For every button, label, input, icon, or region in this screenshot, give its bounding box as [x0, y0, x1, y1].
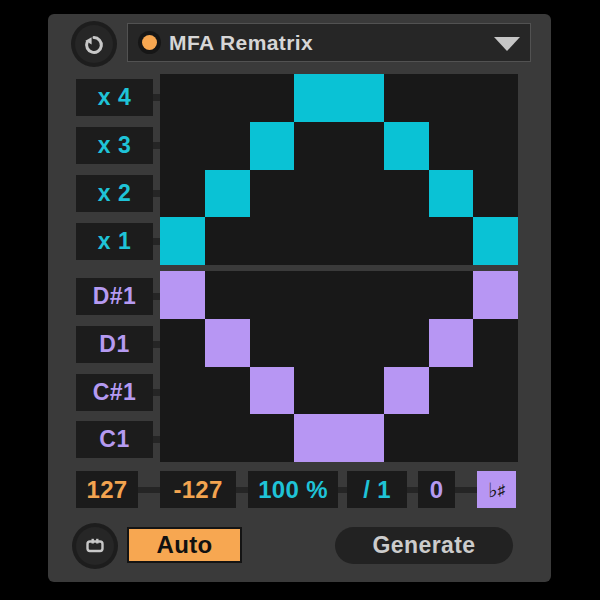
matrix-cell[interactable] [384, 217, 429, 265]
matrix-cell[interactable] [250, 414, 295, 462]
connector [153, 94, 160, 101]
probability-field[interactable]: 100 % [248, 471, 338, 508]
matrix-cell[interactable] [339, 170, 384, 218]
flat-icon: ♭ [488, 478, 498, 502]
row-label-x2[interactable]: x 2 [76, 175, 153, 212]
matrix-cell[interactable] [473, 170, 518, 218]
matrix-cell[interactable] [384, 170, 429, 218]
sharp-icon: ♯ [498, 481, 506, 498]
connector [153, 142, 160, 149]
matrix-cell[interactable] [205, 170, 250, 218]
multiplier-matrix [160, 74, 518, 265]
connector [338, 487, 347, 493]
matrix-cell[interactable] [339, 74, 384, 122]
note-matrix [160, 271, 518, 462]
matrix-cell[interactable] [205, 217, 250, 265]
matrix-cell[interactable] [294, 271, 339, 319]
row-label-ds1[interactable]: D#1 [76, 278, 153, 315]
row-label-x3[interactable]: x 3 [76, 127, 153, 164]
matrix-cell[interactable] [339, 367, 384, 415]
matrix-cell[interactable] [339, 122, 384, 170]
matrix-cell[interactable] [473, 217, 518, 265]
accidental-toggle[interactable]: ♭♯ [477, 471, 516, 508]
matrix-cell[interactable] [473, 319, 518, 367]
matrix-cell[interactable] [473, 74, 518, 122]
matrix-cell[interactable] [294, 217, 339, 265]
auto-toggle[interactable]: Auto [127, 527, 242, 563]
refresh-icon [82, 32, 106, 56]
matrix-cell[interactable] [250, 367, 295, 415]
row-label-d1[interactable]: D1 [76, 326, 153, 363]
matrix-cell[interactable] [250, 217, 295, 265]
matrix-cell[interactable] [429, 414, 474, 462]
matrix-cell[interactable] [384, 414, 429, 462]
matrix-cell[interactable] [429, 319, 474, 367]
velocity-max-field[interactable]: 127 [76, 471, 138, 508]
matrix-cell[interactable] [339, 271, 384, 319]
matrix-cell[interactable] [339, 414, 384, 462]
matrix-cell[interactable] [339, 217, 384, 265]
matrix-cell[interactable] [205, 367, 250, 415]
matrix-cell[interactable] [160, 122, 205, 170]
matrix-cell[interactable] [205, 414, 250, 462]
matrix-cell[interactable] [429, 271, 474, 319]
matrix-cell[interactable] [473, 271, 518, 319]
velocity-min-field[interactable]: -127 [160, 471, 236, 508]
matrix-cell[interactable] [429, 170, 474, 218]
matrix-cell[interactable] [294, 170, 339, 218]
matrix-cell[interactable] [473, 122, 518, 170]
matrix-cell[interactable] [384, 271, 429, 319]
connector [153, 436, 160, 443]
matrix-cell[interactable] [294, 319, 339, 367]
matrix-cell[interactable] [384, 122, 429, 170]
matrix-cell[interactable] [160, 74, 205, 122]
matrix-cell[interactable] [473, 414, 518, 462]
connector [236, 487, 248, 493]
matrix-cell[interactable] [160, 367, 205, 415]
matrix-cell[interactable] [205, 271, 250, 319]
generate-button[interactable]: Generate [335, 527, 513, 564]
chevron-down-icon [494, 37, 520, 51]
connector [153, 389, 160, 396]
preset-dropdown[interactable]: MFA Rematrix [127, 23, 531, 62]
row-label-cs1[interactable]: C#1 [76, 374, 153, 411]
matrix-cell[interactable] [429, 217, 474, 265]
matrix-cell[interactable] [205, 319, 250, 367]
matrix-cell[interactable] [294, 122, 339, 170]
matrix-cell[interactable] [250, 271, 295, 319]
refresh-button[interactable] [75, 25, 113, 63]
led-indicator [142, 35, 157, 50]
matrix-cell[interactable] [250, 74, 295, 122]
matrix-cell[interactable] [160, 319, 205, 367]
matrix-cell[interactable] [160, 170, 205, 218]
matrix-cell[interactable] [160, 414, 205, 462]
division-field[interactable]: / 1 [347, 471, 407, 508]
matrix-cell[interactable] [429, 367, 474, 415]
matrix-cell[interactable] [384, 319, 429, 367]
matrix-cell[interactable] [429, 122, 474, 170]
loop-button[interactable] [76, 527, 114, 565]
screen: MFA Rematrix x 4 x 3 x 2 x 1 D#1 D1 C#1 … [0, 0, 600, 600]
matrix-cell[interactable] [294, 367, 339, 415]
matrix-cell[interactable] [205, 74, 250, 122]
matrix-cell[interactable] [384, 367, 429, 415]
matrix-cell[interactable] [205, 122, 250, 170]
matrix-cell[interactable] [160, 217, 205, 265]
matrix-cell[interactable] [294, 74, 339, 122]
matrix-cell[interactable] [429, 74, 474, 122]
matrix-cell[interactable] [160, 271, 205, 319]
row-label-x1[interactable]: x 1 [76, 223, 153, 260]
row-label-c1[interactable]: C1 [76, 421, 153, 458]
matrix-cell[interactable] [250, 319, 295, 367]
matrix-cell[interactable] [250, 122, 295, 170]
row-label-x4[interactable]: x 4 [76, 79, 153, 116]
connector [153, 293, 160, 300]
connector [153, 341, 160, 348]
matrix-cell[interactable] [339, 319, 384, 367]
matrix-cell[interactable] [250, 170, 295, 218]
matrix-cell[interactable] [473, 367, 518, 415]
device-panel: MFA Rematrix x 4 x 3 x 2 x 1 D#1 D1 C#1 … [48, 14, 551, 582]
transpose-field[interactable]: 0 [418, 471, 455, 508]
matrix-cell[interactable] [294, 414, 339, 462]
matrix-cell[interactable] [384, 74, 429, 122]
